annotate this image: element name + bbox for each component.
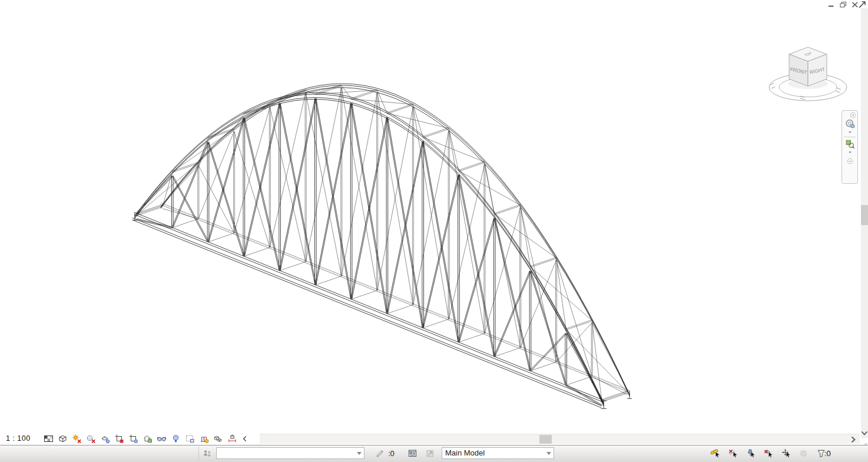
scrollbar-corner-grip [861,440,867,444]
view-window-controls [827,1,859,8]
exclude-options-icon [425,448,435,458]
horizontal-scrollbar-thumb[interactable] [539,435,552,444]
active-design-option-value: Main Model [445,448,485,457]
shadows-icon[interactable] [86,434,96,444]
reveal-constraints-icon[interactable] [227,434,237,444]
selection-filter-count: :0 [824,449,831,458]
view-control-icons [44,434,237,444]
reveal-hidden-elements-icon[interactable] [171,434,181,444]
scroll-right-arrow-icon[interactable] [849,435,857,444]
drag-elements-on-selection-icon[interactable] [781,448,791,458]
viewcube[interactable]: TOP FRONT RIGHT [764,38,854,108]
worksets-icon[interactable] [203,448,213,458]
locked-3d-view-icon[interactable] [143,434,153,444]
chevron-down-icon [357,452,362,455]
show-rendering-dialog-icon[interactable] [100,434,110,444]
design-options-dialog-icon[interactable] [408,448,418,458]
status-bar: :0 Main Model :0 [0,445,868,462]
select-links-icon[interactable] [710,448,720,458]
select-elements-by-face-icon[interactable] [763,448,773,458]
temporary-hide-isolate-icon[interactable] [157,434,167,444]
active-workset-dropdown[interactable] [216,447,365,459]
selection-toggles [710,448,826,458]
navbar-divider [844,137,856,137]
displacement-sets-icon[interactable] [213,434,223,444]
vertical-scrollbar-thumb[interactable] [861,205,868,225]
scale-button[interactable]: 1 : 100 [0,434,44,443]
visual-style-icon[interactable] [58,434,68,444]
crop-view-icon[interactable] [114,434,124,444]
temporary-view-properties-icon[interactable] [185,434,195,444]
editing-requests-icon[interactable] [375,448,385,458]
vertical-scrollbar[interactable] [861,8,868,438]
revit-3d-view-window: { "window_controls": { "buttons": [ {"na… [0,0,868,462]
navbar-minimize-icon[interactable] [846,157,854,165]
show-crop-region-icon[interactable] [128,434,138,444]
bridge-wireframe-model[interactable] [0,0,861,433]
active-design-option-dropdown[interactable]: Main Model [442,447,554,459]
navigation-bar[interactable] [842,110,858,184]
sun-path-icon[interactable] [72,434,82,444]
editing-requests-count: :0 [388,449,395,458]
select-pinned-elements-icon[interactable] [746,448,756,458]
zoom-options-dropdown-icon[interactable] [847,150,853,154]
horizontal-scrollbar[interactable] [260,434,860,444]
drawing-area[interactable]: TOP FRONT RIGHT 1 : 100 [0,0,861,445]
detail-level-icon[interactable] [44,434,54,444]
analytical-model-icon[interactable] [199,434,209,444]
wheel-options-dropdown-icon[interactable] [847,130,853,134]
view-control-bar: 1 : 100 [0,432,249,445]
chevron-left-icon[interactable] [241,434,249,443]
status-bar-separator [198,447,199,461]
scroll-down-arrow-icon[interactable] [861,429,868,437]
view-minimize-button[interactable] [827,1,836,8]
view-restore-button[interactable] [839,1,847,8]
settings-gear-icon [799,448,809,458]
select-underlay-elements-icon[interactable] [728,448,738,458]
navbar-close-icon[interactable] [849,111,857,119]
chevron-down-icon [546,452,551,455]
